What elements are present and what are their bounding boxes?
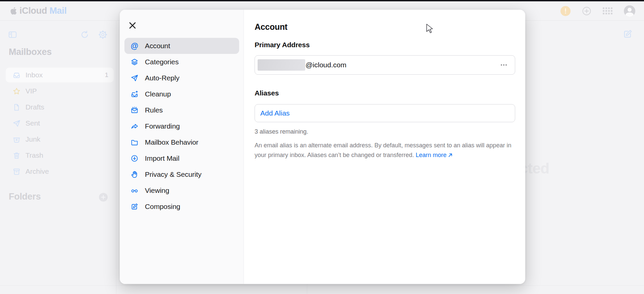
alert-icon[interactable]	[560, 6, 571, 16]
apps-grid-icon[interactable]	[603, 7, 612, 14]
inbox-sparkle-icon	[130, 90, 139, 98]
mailbox-item-archive[interactable]: Archive	[6, 164, 114, 179]
mailbox-label: Sent	[25, 119, 40, 127]
settings-modal: @ Account Categories	[120, 10, 525, 284]
icloud-mail-screen: iCloud Mail	[0, 0, 644, 294]
settings-nav-panel: @ Account Categories	[120, 10, 244, 284]
trash-icon	[12, 151, 21, 160]
mailbox-label: Trash	[25, 151, 43, 159]
nav-item-rules[interactable]: Rules	[124, 102, 239, 118]
settings-gear-icon[interactable]	[98, 30, 107, 39]
junk-bin-icon	[12, 135, 21, 144]
nav-item-mailbox-behavior[interactable]: Mailbox Behavior	[124, 134, 239, 150]
account-avatar-icon[interactable]	[624, 5, 635, 17]
sidebar-toggle-icon[interactable]	[8, 30, 17, 39]
layers-icon	[130, 58, 139, 66]
nav-item-composing[interactable]: Composing	[124, 199, 239, 215]
refresh-icon[interactable]	[80, 30, 89, 39]
settings-content: Account Primary Address @icloud.com Alia…	[244, 10, 525, 284]
compose-icon	[130, 202, 139, 211]
add-folder-icon[interactable]	[99, 193, 108, 202]
mailbox-item-sent[interactable]: Sent	[6, 116, 114, 131]
arrow-up-right-icon	[448, 153, 453, 158]
mailbox-item-junk[interactable]: Junk	[6, 132, 114, 147]
mailbox-label: Junk	[25, 135, 40, 143]
nav-item-categories[interactable]: Categories	[124, 54, 239, 70]
download-circle-icon	[130, 154, 139, 163]
mailbox-label: Archive	[25, 167, 49, 175]
nav-item-auto-reply[interactable]: Auto-Reply	[124, 70, 239, 86]
document-icon	[12, 103, 21, 112]
mailbox-label: Drafts	[25, 103, 44, 111]
paper-plane-icon	[130, 74, 139, 82]
mailbox-item-inbox[interactable]: Inbox 1	[6, 68, 114, 82]
nav-item-forwarding[interactable]: Forwarding	[124, 118, 239, 134]
page-title: Account	[255, 22, 515, 32]
settings-nav: @ Account Categories	[124, 38, 239, 215]
nav-item-import-mail[interactable]: Import Mail	[124, 150, 239, 166]
folders-heading: Folders	[9, 192, 41, 202]
archive-icon	[12, 167, 21, 176]
close-icon[interactable]	[128, 21, 137, 30]
nav-item-cleanup[interactable]: Cleanup	[124, 86, 239, 102]
header-actions	[560, 5, 635, 17]
folder-icon	[130, 138, 139, 147]
inbox-icon	[12, 71, 21, 79]
bottom-divider	[0, 285, 644, 286]
glasses-icon	[130, 186, 139, 195]
unread-badge: 1	[105, 71, 108, 79]
mailbox-item-drafts[interactable]: Drafts	[6, 100, 114, 115]
primary-address-field: @icloud.com	[255, 55, 515, 75]
sidebar-divider	[116, 21, 116, 294]
envelope-ribbon-icon	[130, 106, 139, 115]
mailbox-label: VIP	[25, 87, 37, 95]
mailbox-list: Inbox 1 VIP Drafts	[6, 68, 114, 179]
mailbox-item-trash[interactable]: Trash	[6, 148, 114, 163]
mailboxes-heading: Mailboxes	[9, 47, 52, 57]
mailbox-item-vip[interactable]: VIP	[6, 84, 114, 98]
forward-arrow-icon	[130, 122, 139, 131]
paper-plane-icon	[12, 119, 21, 128]
add-circle-icon[interactable]	[582, 6, 591, 16]
nav-item-viewing[interactable]: Viewing	[124, 182, 239, 199]
aliases-heading: Aliases	[255, 89, 515, 97]
hand-icon	[130, 170, 139, 179]
app-title: iCloud Mail	[19, 6, 67, 16]
aliases-description: An email alias is an alternate email add…	[255, 141, 515, 160]
browser-edge-strip	[0, 0, 644, 1]
nav-item-privacy-security[interactable]: Privacy & Security	[124, 166, 239, 182]
mailbox-label: Inbox	[25, 71, 43, 79]
nav-item-account[interactable]: @ Account	[124, 38, 239, 54]
add-alias-button[interactable]: Add Alias	[255, 104, 515, 122]
redacted-email-local-part	[258, 59, 305, 71]
aliases-remaining-text: 3 aliases remaining.	[255, 128, 515, 135]
add-alias-label: Add Alias	[260, 109, 290, 117]
apple-logo-icon	[9, 6, 17, 15]
primary-address-heading: Primary Address	[255, 41, 515, 49]
at-icon: @	[130, 42, 139, 50]
email-domain: @icloud.com	[306, 61, 346, 69]
compose-icon[interactable]	[623, 29, 633, 39]
more-menu-icon[interactable]	[500, 62, 507, 68]
star-icon	[12, 87, 21, 95]
brand: iCloud Mail	[9, 6, 67, 16]
learn-more-link[interactable]: Learn more	[416, 152, 453, 158]
